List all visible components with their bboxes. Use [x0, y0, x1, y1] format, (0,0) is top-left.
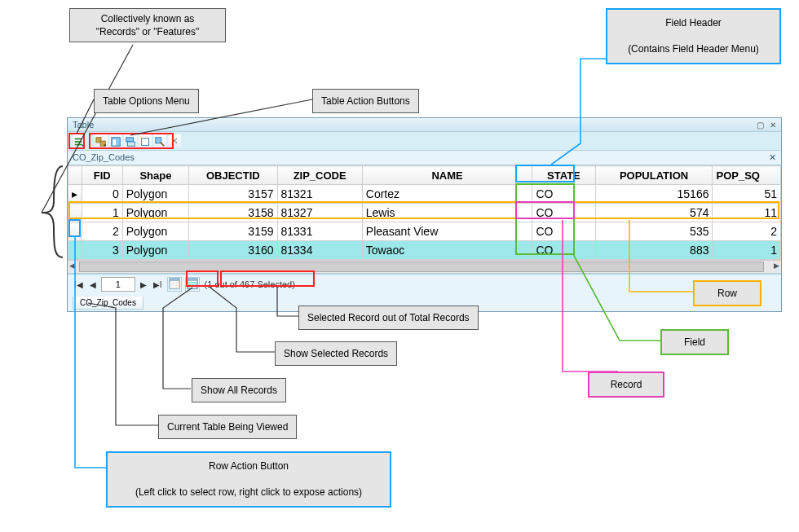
callout-field: Field	[660, 329, 729, 355]
switch-selection-button[interactable]	[124, 134, 137, 147]
window-title: Table	[73, 120, 94, 130]
cell: 574	[595, 204, 713, 222]
record-nav-bar: I◀ ◀ ▶ ▶I (1 out of 467 Selected)	[68, 274, 781, 294]
nav-last-button[interactable]: ▶I	[152, 280, 164, 289]
cell: Pleasant View	[362, 222, 532, 241]
cell: Polygon	[122, 204, 188, 222]
table-tab-bar: CO_Zip_Codes	[68, 294, 781, 311]
callout-records-features: Collectively known as "Records" or "Feat…	[69, 8, 226, 42]
col-population[interactable]: POPULATION	[595, 166, 713, 185]
callout-table-action-buttons: Table Action Buttons	[312, 89, 419, 113]
window-pop-out-icon[interactable]: ▢	[757, 121, 764, 130]
svg-rect-9	[142, 138, 149, 145]
cell: 81331	[277, 222, 362, 241]
cell: 81327	[277, 204, 362, 222]
callout-field-header: Field Header (Contains Field Header Menu…	[606, 8, 781, 64]
show-selected-records-button[interactable]	[185, 277, 200, 292]
table-tab[interactable]: CO_Zip_Codes	[73, 297, 143, 310]
svg-rect-6	[113, 139, 117, 145]
svg-rect-17	[188, 279, 197, 281]
window-title-bar: Table ▢ ✕	[68, 118, 781, 132]
col-objectid[interactable]: OBJECTID	[189, 166, 277, 185]
cell: 1	[713, 241, 781, 260]
callout-field-header-line1: Field Header	[665, 17, 722, 29]
callout-record: Record	[588, 372, 664, 398]
cell: Towaoc	[362, 241, 532, 260]
col-pop-sq[interactable]: POP_SQ	[713, 166, 781, 185]
table-row: 3Polygon316081334TowaocCO8831	[68, 241, 781, 260]
col-shape[interactable]: Shape	[122, 166, 188, 185]
col-fid[interactable]: FID	[82, 166, 122, 185]
row-selector[interactable]	[68, 222, 82, 241]
callout-show-selected-records: Show Selected Records	[275, 341, 397, 366]
col-zip-code[interactable]: ZIP_CODE	[277, 166, 362, 185]
svg-rect-7	[126, 138, 134, 142]
svg-rect-0	[75, 138, 82, 139]
cell: 3160	[189, 241, 277, 260]
cell: CO	[532, 241, 595, 260]
svg-rect-8	[128, 142, 135, 146]
nav-prev-button[interactable]: ◀	[88, 280, 98, 289]
row-selector[interactable]	[68, 204, 82, 222]
table-window: Table ▢ ✕ ✕ CO_Zip_Codes ✕	[67, 117, 782, 312]
callout-row-action-line1: Row Action Button	[209, 460, 289, 472]
callout-current-table: Current Table Being Viewed	[158, 415, 297, 439]
callout-field-header-line2: (Contains Field Header Menu)	[628, 43, 759, 55]
cell: 0	[82, 185, 122, 204]
horizontal-scrollbar[interactable]: ◀ ▶	[68, 260, 781, 273]
svg-rect-12	[170, 279, 179, 281]
zoom-to-selection-button[interactable]	[153, 134, 166, 147]
col-state[interactable]: STATE	[532, 166, 595, 185]
selection-status-text: (1 out of 467 Selected)	[205, 279, 295, 289]
svg-rect-10	[156, 138, 161, 143]
cell: CO	[532, 222, 595, 241]
callout-show-all-records: Show All Records	[192, 378, 286, 402]
toolbar: ✕	[68, 132, 781, 151]
nav-next-button[interactable]: ▶	[139, 280, 148, 289]
nav-page-input[interactable]	[101, 277, 135, 292]
cell: 535	[595, 222, 713, 241]
svg-rect-2	[75, 143, 82, 145]
cell: 2	[82, 222, 122, 241]
related-tables-button[interactable]	[95, 134, 108, 147]
cell: Polygon	[122, 241, 188, 260]
cell: 1	[82, 204, 122, 222]
svg-rect-19	[188, 284, 197, 286]
cell: 81321	[277, 185, 362, 204]
delete-selection-button[interactable]: ✕	[168, 134, 181, 147]
callout-records-features-line2: "Records" or "Features"	[96, 26, 199, 37]
cell: 51	[713, 185, 781, 204]
row-selector[interactable]	[68, 241, 82, 260]
col-name[interactable]: NAME	[362, 166, 532, 185]
header-row: FID Shape OBJECTID ZIP_CODE NAME STATE P…	[68, 166, 781, 185]
cell: 3159	[189, 222, 277, 241]
cell: 883	[595, 241, 713, 260]
cell: 11	[713, 204, 781, 222]
layer-name: CO_Zip_Codes	[73, 152, 135, 163]
cell: Cortez	[362, 185, 532, 204]
cell: 81334	[277, 241, 362, 260]
cell: 3157	[189, 185, 277, 204]
table-options-menu-button[interactable]	[73, 134, 86, 147]
show-all-records-button[interactable]	[167, 277, 182, 292]
cell: CO	[532, 204, 595, 222]
cell: 3158	[189, 204, 277, 222]
cell: 2	[713, 222, 781, 241]
clear-selection-button[interactable]	[139, 134, 152, 147]
window-close-icon[interactable]: ✕	[770, 121, 776, 130]
layer-close-icon[interactable]: ✕	[769, 152, 776, 163]
callout-table-options-menu: Table Options Menu	[94, 89, 199, 113]
select-by-attributes-button[interactable]	[109, 134, 122, 147]
callout-row-action-button: Row Action Button (Left click to select …	[106, 451, 391, 508]
row-selector[interactable]: ▸	[68, 185, 82, 204]
table-row: 2Polygon315981331Pleasant ViewCO5352	[68, 222, 781, 241]
svg-rect-15	[170, 287, 179, 288]
cell: Polygon	[122, 222, 188, 241]
callout-records-features-line1: Collectively known as	[101, 13, 195, 24]
nav-first-button[interactable]: I◀	[73, 280, 85, 289]
svg-rect-18	[188, 282, 197, 284]
callout-row-action-line2: (Left click to select row, right click t…	[135, 486, 362, 498]
svg-rect-1	[75, 141, 82, 143]
layer-subtitle-bar: CO_Zip_Codes ✕	[68, 151, 781, 165]
cell: 15166	[595, 185, 713, 204]
